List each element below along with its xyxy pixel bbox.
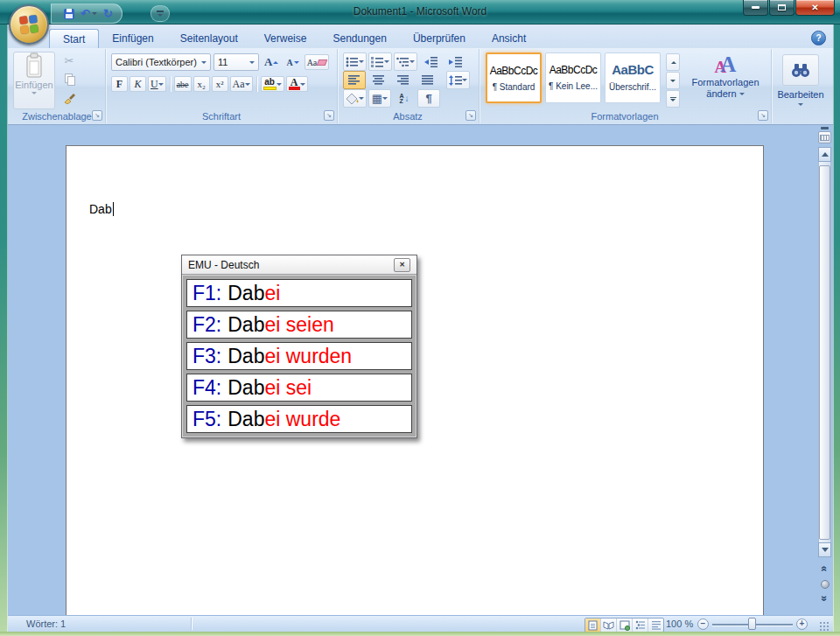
word-count[interactable]: Wörter: 1 [26, 619, 66, 629]
zoom-slider-thumb[interactable] [748, 618, 756, 630]
help-icon: ? [816, 33, 821, 43]
redo-icon[interactable]: ↻ [103, 8, 113, 19]
grow-font-button[interactable]: A [262, 54, 281, 70]
tab-sendungen[interactable]: Sendungen [319, 29, 399, 48]
style-kein-leerraum[interactable]: AaBbCcDc ¶ Kein Lee... [545, 52, 601, 103]
superscript-button[interactable]: x² [212, 76, 228, 92]
clipboard-dialog-launcher[interactable]: ↘ [92, 110, 102, 121]
font-dialog-launcher[interactable]: ↘ [324, 110, 334, 121]
styles-scroll-down-button[interactable] [666, 72, 680, 89]
scroll-down-button[interactable] [818, 542, 831, 557]
align-right-button[interactable] [392, 71, 415, 89]
clear-formatting-button[interactable]: Aa [304, 54, 330, 70]
numbering-button[interactable] [368, 52, 392, 71]
emu-close-button[interactable]: ✕ [394, 258, 410, 272]
print-layout-view-button[interactable] [585, 619, 601, 632]
save-icon[interactable] [64, 9, 74, 19]
tab-einfuegen[interactable]: Einfügen [99, 29, 166, 48]
increase-indent-icon [449, 57, 462, 67]
decrease-indent-button[interactable] [419, 52, 442, 71]
sort-button[interactable]: AZ ↓ [393, 89, 416, 108]
tab-verweise[interactable]: Verweise [251, 29, 320, 48]
bullets-caret-icon [359, 60, 364, 63]
office-logo-icon [19, 15, 38, 34]
maximize-button[interactable] [769, 0, 794, 16]
scrollbar-thumb[interactable] [819, 165, 830, 540]
minimize-button[interactable] [743, 0, 768, 16]
outline-view-button[interactable] [633, 619, 648, 632]
underline-button[interactable]: U [148, 76, 166, 92]
help-button[interactable]: ? [811, 31, 826, 45]
scroll-up-button[interactable] [818, 147, 831, 162]
undo-button[interactable]: ↶ [80, 8, 97, 19]
change-case-caret-icon [245, 83, 250, 86]
zoom-out-button[interactable]: − [697, 619, 709, 630]
cut-button[interactable]: ✂ [60, 52, 79, 68]
subscript-button[interactable]: x₂ [193, 76, 210, 92]
paste-button[interactable]: Einfügen [13, 52, 55, 109]
style-standard[interactable]: AaBbCcDc ¶ Standard [486, 52, 542, 103]
ruler-toggle-button[interactable] [818, 131, 831, 143]
split-handle[interactable] [821, 127, 829, 129]
bullets-button[interactable] [343, 52, 367, 71]
align-center-button[interactable] [368, 71, 390, 89]
format-painter-button[interactable] [60, 89, 79, 105]
zoom-in-button[interactable]: + [796, 619, 808, 630]
increase-indent-button[interactable] [444, 52, 466, 71]
change-styles-icon: AA [715, 52, 737, 77]
highlight-button[interactable]: ab [261, 76, 284, 92]
next-page-button[interactable]: » [817, 592, 832, 605]
zoom-level[interactable]: 100 % [666, 619, 693, 629]
resize-grip[interactable] [819, 621, 830, 631]
styles-dialog-launcher[interactable]: ↘ [758, 110, 768, 121]
previous-page-button[interactable]: « [817, 563, 832, 575]
tab-start[interactable]: Start [49, 29, 99, 48]
undo-caret-icon[interactable] [92, 12, 97, 15]
justify-icon [422, 75, 434, 85]
align-left-button[interactable] [343, 71, 366, 89]
show-paragraph-marks-button[interactable]: ¶ [417, 89, 440, 108]
line-spacing-button[interactable] [446, 71, 470, 89]
borders-button[interactable]: ▦ [368, 89, 391, 108]
style-ueberschrift[interactable]: AaBbC Überschrif... [605, 52, 661, 103]
tab-seitenlayout[interactable]: Seitenlayout [167, 29, 251, 48]
tab-ueberpruefen[interactable]: Überprüfen [400, 29, 479, 48]
shading-button[interactable] [343, 89, 367, 108]
customize-qat-button[interactable] [150, 5, 170, 22]
paragraph-dialog-launcher[interactable]: ↘ [466, 110, 476, 121]
emu-title-bar[interactable]: EMU - Deutsch ✕ [182, 255, 416, 275]
web-layout-view-button[interactable] [617, 619, 633, 632]
change-styles-button[interactable]: AA Formatvorlagen ändern [687, 52, 764, 115]
font-size-combo[interactable]: 11 [214, 53, 259, 71]
status-divider [191, 618, 192, 630]
change-case-button[interactable]: Aa [230, 76, 253, 92]
bold-button[interactable]: F [111, 76, 128, 92]
emu-suggestion-f3[interactable]: F3:Dabei wurden [186, 342, 412, 370]
copy-button[interactable] [60, 71, 79, 87]
emu-suggestion-f4[interactable]: F4:Dabei sei [186, 374, 412, 402]
multilevel-list-button[interactable] [394, 52, 417, 71]
tab-ansicht[interactable]: Ansicht [479, 29, 539, 48]
justify-button[interactable] [416, 71, 439, 89]
emu-suggestion-f1[interactable]: F1:Dabei [186, 279, 412, 307]
document-text[interactable]: Dab [89, 202, 114, 216]
close-button[interactable]: ✕ [795, 0, 835, 16]
emu-suggestion-f5[interactable]: F5:Dabei wurde [186, 405, 412, 433]
emu-suggestion-f2[interactable]: F2:Dabei seien [186, 311, 412, 339]
select-browse-object-button[interactable] [817, 578, 832, 591]
styles-scroll-up-button[interactable] [666, 53, 680, 71]
draft-view-button[interactable] [648, 619, 663, 632]
shrink-font-button[interactable]: A [284, 54, 301, 70]
styles-more-button[interactable] [666, 90, 680, 108]
line-spacing-caret-icon [462, 79, 467, 81]
italic-button[interactable]: K [130, 76, 146, 92]
office-button[interactable] [9, 4, 49, 45]
fullscreen-reading-view-button[interactable] [601, 619, 617, 632]
font-name-combo[interactable]: Calibri (Textkörper) [111, 53, 211, 71]
close-icon: ✕ [811, 3, 818, 12]
editing-caret-icon[interactable] [798, 103, 803, 106]
strikethrough-button[interactable]: abe [174, 76, 192, 92]
font-name-caret-icon [201, 61, 206, 64]
find-button[interactable] [782, 54, 819, 86]
font-color-button[interactable]: A [286, 76, 308, 92]
